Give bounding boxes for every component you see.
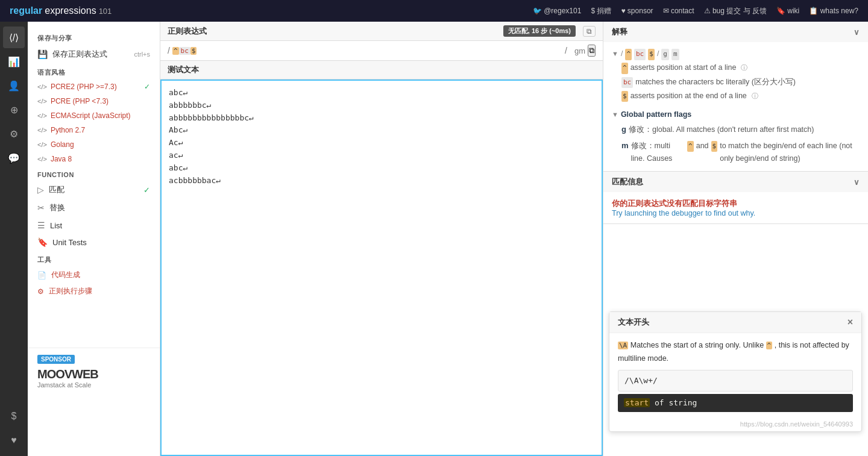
match-info-content: 你的正则表达式没有匹配目标字符串 Try launching the debug… bbox=[603, 192, 868, 223]
sidebar-icon-settings[interactable]: ⚙ bbox=[3, 123, 25, 145]
lang-tag: </> bbox=[37, 112, 47, 119]
sidebar-icon-chat[interactable]: 💬 bbox=[3, 147, 25, 169]
lang-tag: </> bbox=[37, 126, 47, 134]
tooltip-code-block: /\A\w+/ bbox=[618, 370, 853, 392]
lang-name: ECMAScript (JavaScript) bbox=[51, 111, 131, 120]
explain-bc-row: bc matches the characters bc literally (… bbox=[621, 75, 860, 89]
expand-chevron[interactable]: ▼ bbox=[612, 48, 618, 60]
func-label: 替换 bbox=[49, 202, 65, 213]
regex-icon: ⟨/⟩ bbox=[9, 32, 19, 43]
tooltip-title: 文本开头 bbox=[618, 317, 649, 328]
flag-g-desc: 修改：global. All matches (don't return aft… bbox=[629, 123, 814, 136]
sidebar-icon-share[interactable]: ⊕ bbox=[3, 99, 25, 120]
lang-python[interactable]: </> Python 2.7 bbox=[28, 123, 160, 137]
replace-icon: ✂ bbox=[37, 203, 45, 213]
lang-tag: </> bbox=[37, 141, 47, 148]
dollar-token: $ bbox=[190, 47, 197, 55]
explain-dollar-row: $ asserts position at the end of a line … bbox=[621, 89, 860, 103]
flag-m-row: m 修改：multi line. Causes ^ and $ to match… bbox=[621, 138, 860, 167]
lang-name: PCRE2 (PHP >=7.3) bbox=[51, 83, 117, 91]
lang-java[interactable]: </> Java 8 bbox=[28, 152, 160, 166]
explain-dollar-info: ⓘ bbox=[752, 90, 758, 102]
lang-pcre[interactable]: </> PCRE (PHP <7.3) bbox=[28, 94, 160, 108]
lang-golang[interactable]: </> Golang bbox=[28, 137, 160, 152]
sponsor-badge: SPONSOR bbox=[37, 355, 75, 364]
func-check: ✓ bbox=[143, 186, 150, 195]
nav-bug-link[interactable]: ⚠ bug 提交 与 反馈 bbox=[704, 6, 767, 16]
watermark: https://blog.csdn.net/weixin_54640993 bbox=[609, 418, 861, 431]
tool-debugger[interactable]: ⚙ 正则执行步骤 bbox=[28, 283, 160, 299]
save-label: 保存正则表达式 bbox=[52, 49, 107, 60]
save-section-header: 保存与分享 bbox=[28, 29, 160, 45]
explain-flag-g: g bbox=[661, 49, 669, 60]
explain-bc-desc: matches the characters bc literally (区分大… bbox=[635, 76, 796, 89]
flag-m-desc: 修改：multi line. Causes bbox=[631, 140, 685, 166]
flag-g-letter: g bbox=[621, 123, 626, 136]
func-match[interactable]: ▷ 匹配 ✓ bbox=[28, 181, 160, 199]
tooltip-close-button[interactable]: × bbox=[848, 317, 853, 328]
explain-caret-desc: asserts position at start of a line bbox=[631, 61, 737, 74]
regex-panel-header: 正则表达式 无匹配, 16 步 (~0ms) ⧉ bbox=[160, 22, 603, 41]
match-info-title: 匹配信息 bbox=[612, 176, 643, 187]
explain-delim-left: / bbox=[621, 48, 623, 60]
lang-ecma[interactable]: </> ECMAScript (JavaScript) bbox=[28, 108, 160, 123]
explain-header[interactable]: 解释 ∨ bbox=[603, 22, 868, 42]
regex-bar: / ^bc$ / gm ⧉ bbox=[160, 41, 603, 61]
save-icon: 💾 bbox=[37, 49, 48, 59]
func-list[interactable]: ☰ List bbox=[28, 217, 160, 234]
nav-donate-link[interactable]: $ 捐赠 bbox=[591, 6, 611, 16]
tooltip-test-str: start of string bbox=[618, 394, 853, 412]
tooltip-header: 文本开头 × bbox=[609, 312, 861, 333]
tool-codegen[interactable]: 📄 代码生成 bbox=[28, 267, 160, 283]
codegen-icon: 📄 bbox=[37, 271, 46, 280]
explain-regex-row: ▼ / ^ bc $ / g m bbox=[612, 47, 860, 61]
lang-check: ✓ bbox=[144, 83, 150, 91]
caret-token: ^ bbox=[172, 47, 179, 55]
flag-m-and: and bbox=[696, 140, 709, 152]
flag-m-dollar: $ bbox=[711, 141, 718, 152]
nav-contact-link[interactable]: ✉ contact bbox=[663, 7, 694, 15]
save-shortcut: ctrl+s bbox=[134, 51, 150, 58]
nav-whatsnew-link[interactable]: 📋 whats new? bbox=[809, 7, 858, 15]
flag-g-row: g 修改：global. All matches (don't return a… bbox=[621, 122, 860, 137]
nav-sponsor-link[interactable]: ♥ sponsor bbox=[621, 7, 653, 15]
lang-pcre2[interactable]: </> PCRE2 (PHP >=7.3) ✓ bbox=[28, 80, 160, 94]
match-info-chevron: ∨ bbox=[854, 178, 860, 187]
explain-chevron: ∨ bbox=[854, 28, 860, 37]
bc-token: bc bbox=[179, 47, 190, 55]
tooltip-code: /\A\w+/ bbox=[624, 376, 658, 385]
unittest-icon: 🔖 bbox=[37, 237, 48, 247]
flag-m-caret: ^ bbox=[687, 141, 694, 152]
nav-wiki-link[interactable]: 🔖 wiki bbox=[776, 7, 799, 15]
nav-twitter-link[interactable]: 🐦 @regex101 bbox=[533, 7, 582, 15]
func-replace[interactable]: ✂ 替换 bbox=[28, 199, 160, 217]
user-icon: 👤 bbox=[8, 80, 20, 92]
sidebar-icon-regex[interactable]: ⟨/⟩ bbox=[3, 27, 25, 48]
logo-regular: regular bbox=[10, 5, 42, 16]
sidebar-icon-dollar[interactable]: $ bbox=[3, 405, 25, 427]
nav-links: 🐦 @regex101 $ 捐赠 ♥ sponsor ✉ contact ⚠ b… bbox=[533, 6, 858, 16]
regex-input-wrap: ^bc$ bbox=[172, 47, 562, 55]
try-debugger-link[interactable]: Try launching the debugger to find out w… bbox=[612, 209, 860, 217]
global-flags-section: ▼ Global pattern flags g 修改：global. All … bbox=[612, 108, 860, 166]
explain-delim-right: / bbox=[657, 48, 659, 60]
flags-expand-chevron[interactable]: ▼ bbox=[612, 109, 618, 120]
delimiter-right: / bbox=[565, 46, 567, 55]
explain-flag-m: m bbox=[671, 49, 679, 60]
sidebar-icon-user[interactable]: 👤 bbox=[3, 75, 25, 96]
function-section-header: FUNCTION bbox=[28, 166, 160, 181]
match-info-header[interactable]: 匹配信息 ∨ bbox=[603, 172, 868, 192]
test-textarea[interactable]: abc↵ abbbbbbc↵ abbbbbbbbbbbbbbbc↵ Abc↵ A… bbox=[160, 80, 603, 456]
no-match-text: 你的正则表达式没有匹配目标字符串 bbox=[612, 198, 860, 209]
logo: regular expressions 101 bbox=[10, 5, 112, 16]
sidebar-icon-stats[interactable]: 📊 bbox=[3, 51, 25, 72]
save-action[interactable]: 💾 保存正则表达式 ctrl+s bbox=[28, 45, 160, 63]
explain-caret-row: ^ asserts position at start of a line ⓘ bbox=[621, 61, 860, 75]
sidebar-icon-heart[interactable]: ♥ bbox=[3, 429, 25, 451]
func-unittests[interactable]: 🔖 Unit Tests bbox=[28, 234, 160, 251]
flags-label[interactable]: gm bbox=[574, 46, 585, 55]
copy-button[interactable]: ⧉ bbox=[583, 26, 596, 37]
match-icon: ▷ bbox=[37, 185, 44, 195]
explain-dollar-tok: $ bbox=[621, 91, 628, 102]
regex-copy-button[interactable]: ⧉ bbox=[588, 45, 596, 57]
